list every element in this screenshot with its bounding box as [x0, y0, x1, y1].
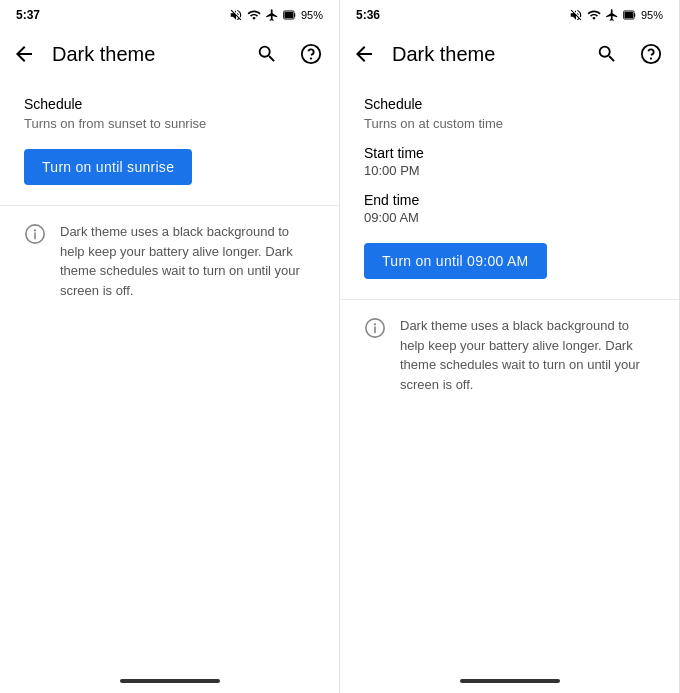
- search-button-1[interactable]: [247, 34, 287, 74]
- svg-rect-1: [294, 13, 295, 17]
- help-icon: [300, 43, 322, 65]
- top-bar-actions-2: [587, 34, 671, 74]
- schedule-label-1: Schedule: [24, 96, 315, 112]
- svg-rect-2: [284, 12, 293, 18]
- info-text-2: Dark theme uses a black background to he…: [400, 316, 655, 394]
- mute-icon: [229, 8, 243, 22]
- start-time-value: 10:00 PM: [364, 163, 655, 178]
- content-1: Schedule Turns on from sunset to sunrise…: [0, 80, 339, 671]
- back-arrow-icon: [12, 42, 36, 66]
- svg-rect-10: [624, 12, 633, 18]
- content-2: Schedule Turns on at custom time Start t…: [340, 80, 679, 671]
- search-icon-2: [596, 43, 618, 65]
- schedule-sublabel-2: Turns on at custom time: [364, 116, 655, 131]
- schedule-section-1: Schedule Turns on from sunset to sunrise…: [0, 80, 339, 206]
- battery-level-2: 95%: [641, 9, 663, 21]
- turn-on-button-1[interactable]: Turn on until sunrise: [24, 149, 192, 185]
- page-title-1: Dark theme: [52, 43, 247, 66]
- schedule-label-2: Schedule: [364, 96, 655, 112]
- home-bar-1: [120, 679, 220, 683]
- wifi-icon-2: [587, 8, 601, 22]
- end-time-label: End time: [364, 192, 655, 208]
- start-time-label: Start time: [364, 145, 655, 161]
- schedule-section-2: Schedule Turns on at custom time Start t…: [340, 80, 679, 300]
- status-time-1: 5:37: [16, 8, 40, 22]
- status-bar-1: 5:37 95%: [0, 0, 339, 28]
- home-indicator-2: [340, 671, 679, 693]
- back-arrow-icon-2: [352, 42, 376, 66]
- mute-icon-2: [569, 8, 583, 22]
- status-time-2: 5:36: [356, 8, 380, 22]
- home-indicator-1: [0, 671, 339, 693]
- home-bar-2: [460, 679, 560, 683]
- status-icons-1: 95%: [229, 8, 323, 22]
- end-time-value: 09:00 AM: [364, 210, 655, 225]
- end-time-row: End time 09:00 AM: [364, 192, 655, 225]
- info-icon-2: [364, 317, 386, 339]
- top-bar-actions-1: [247, 34, 331, 74]
- info-section-1: Dark theme uses a black background to he…: [0, 206, 339, 320]
- wifi-icon: [247, 8, 261, 22]
- top-bar-2: Dark theme: [340, 28, 679, 80]
- help-button-2[interactable]: [631, 34, 671, 74]
- help-icon-2: [640, 43, 662, 65]
- airplane-icon: [265, 8, 279, 22]
- back-button-2[interactable]: [344, 34, 384, 74]
- battery-icon: [283, 8, 297, 22]
- help-button-1[interactable]: [291, 34, 331, 74]
- info-text-1: Dark theme uses a black background to he…: [60, 222, 315, 300]
- back-button-1[interactable]: [4, 34, 44, 74]
- phone-panel-1: 5:37 95% Dark theme: [0, 0, 340, 693]
- search-icon: [256, 43, 278, 65]
- status-icons-2: 95%: [569, 8, 663, 22]
- search-button-2[interactable]: [587, 34, 627, 74]
- svg-rect-9: [634, 13, 635, 17]
- battery-icon-2: [623, 8, 637, 22]
- battery-level-1: 95%: [301, 9, 323, 21]
- schedule-sublabel-1: Turns on from sunset to sunrise: [24, 116, 315, 131]
- info-section-2: Dark theme uses a black background to he…: [340, 300, 679, 414]
- info-icon-1: [24, 223, 46, 245]
- airplane-icon-2: [605, 8, 619, 22]
- turn-on-button-2[interactable]: Turn on until 09:00 AM: [364, 243, 547, 279]
- start-time-row: Start time 10:00 PM: [364, 145, 655, 178]
- page-title-2: Dark theme: [392, 43, 587, 66]
- top-bar-1: Dark theme: [0, 28, 339, 80]
- status-bar-2: 5:36 95%: [340, 0, 679, 28]
- phone-panel-2: 5:36 95% Dark theme: [340, 0, 680, 693]
